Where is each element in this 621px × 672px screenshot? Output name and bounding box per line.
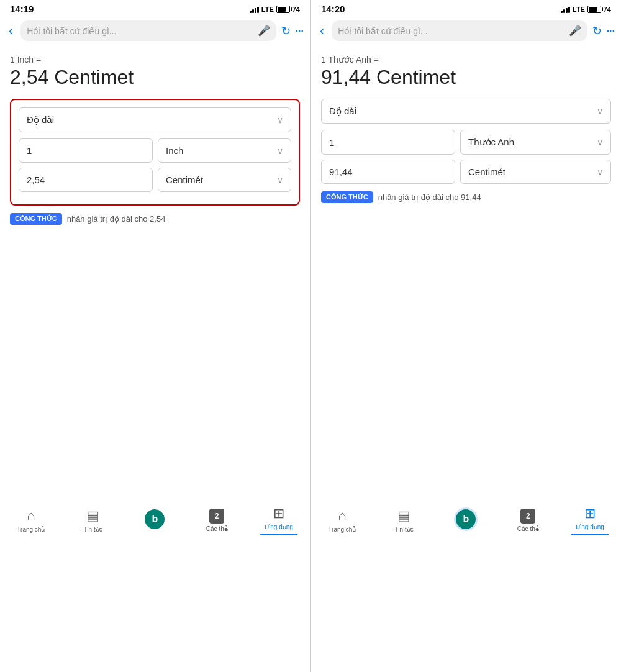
right-search-placeholder: Hỏi tôi bất cứ điều gì... <box>338 26 564 36</box>
left-nav-bing[interactable]: b <box>124 363 186 672</box>
right-battery-pct: 74 <box>604 6 611 13</box>
left-nav-cards-label: Các thẻ <box>206 525 228 532</box>
left-battery-pct: 74 <box>292 6 300 13</box>
right-status-icons: LTE 74 <box>561 6 611 13</box>
right-calc-section: Độ dài ∨ Thước Anh ∨ Centimét ∨ <box>321 99 611 184</box>
right-nav-cards-label: Các thẻ <box>517 525 539 532</box>
left-nav-news[interactable]: ▤ Tin tức <box>62 363 124 672</box>
left-battery <box>276 6 290 13</box>
left-value-input-1[interactable] <box>19 138 153 163</box>
right-lte: LTE <box>573 6 585 13</box>
left-more-button[interactable]: ··· <box>296 25 304 37</box>
left-unit-dropdown-1[interactable]: Inch ∨ <box>158 138 291 163</box>
left-formula-badge[interactable]: CÔNG THỨC <box>10 213 62 225</box>
right-nav-home-label: Trang chủ <box>328 526 356 533</box>
right-bottom-nav: ⌂ Trang chủ ▤ Tin tức b 2 Các thẻ ⊞ Ứng … <box>311 363 621 672</box>
left-nav-cards[interactable]: 2 Các thẻ <box>186 363 248 672</box>
right-category-dropdown[interactable]: Độ dài ∨ <box>321 99 611 124</box>
right-status-bar: 14:20 LTE 74 <box>311 0 621 17</box>
left-nav-news-label: Tin tức <box>84 526 102 533</box>
left-mic-icon[interactable]: 🎤 <box>258 25 270 37</box>
left-unit-dropdown-2[interactable]: Centimét ∨ <box>158 168 291 192</box>
right-reload-button[interactable]: ↻ <box>592 24 602 38</box>
left-apps-active-bar <box>260 534 297 535</box>
right-formula-row: CÔNG THỨC nhân giá trị độ dài cho 91,44 <box>321 191 611 203</box>
right-nav-news[interactable]: ▤ Tin tức <box>373 363 435 672</box>
right-formula-badge[interactable]: CÔNG THỨC <box>321 191 373 203</box>
right-result-main: 91,44 Centimet <box>321 66 611 89</box>
left-category-dropdown[interactable]: Độ dài ∨ <box>19 107 291 132</box>
right-result-subtitle: 1 Thước Anh = <box>321 55 611 65</box>
left-category-chevron: ∨ <box>277 115 283 125</box>
right-signal <box>561 6 570 13</box>
right-unit-dropdown-1[interactable]: Thước Anh ∨ <box>460 130 611 155</box>
left-input-row-1: Inch ∨ <box>19 138 291 163</box>
left-value-input-2[interactable] <box>19 168 153 192</box>
right-nav-apps[interactable]: ⊞ Ứng dụng <box>559 363 621 672</box>
right-unit-label-2: Centimét <box>468 166 505 177</box>
right-nav-apps-label: Ứng dụng <box>576 524 604 530</box>
news-icon: ▤ <box>86 508 99 524</box>
right-unit-label-1: Thước Anh <box>468 137 514 148</box>
right-unit-chevron-1: ∨ <box>597 137 603 147</box>
home-icon: ⌂ <box>27 508 35 524</box>
left-nav-home-label: Trang chủ <box>17 526 45 533</box>
left-formula-text: nhân giá trị độ dài cho 2,54 <box>67 214 166 224</box>
right-nav-bing[interactable]: b <box>435 363 497 672</box>
right-home-icon: ⌂ <box>338 508 346 524</box>
left-back-button[interactable]: ‹ <box>6 22 16 40</box>
right-content: 1 Thước Anh = 91,44 Centimet Độ dài ∨ Th… <box>311 45 621 363</box>
left-content: 1 Inch = 2,54 Centimet Độ dài ∨ Inch ∨ <box>0 45 310 363</box>
left-unit-chevron-2: ∨ <box>277 175 283 185</box>
left-unit-label-1: Inch <box>166 145 183 156</box>
left-screen: 14:19 LTE 74 ‹ Hỏi tôi bất cứ điều gì... <box>0 0 310 672</box>
right-time: 14:20 <box>321 4 345 14</box>
left-status-icons: LTE 74 <box>250 6 300 13</box>
left-address-bar: ‹ Hỏi tôi bất cứ điều gì... 🎤 ↻ ··· <box>0 17 310 45</box>
right-back-button[interactable]: ‹ <box>317 22 327 40</box>
right-apps-active-bar <box>571 534 609 535</box>
left-search-wrap[interactable]: Hỏi tôi bất cứ điều gì... 🎤 <box>20 20 276 41</box>
cards-badge: 2 <box>209 509 224 524</box>
right-apps-icon: ⊞ <box>584 506 596 522</box>
right-nav-home[interactable]: ⌂ Trang chủ <box>311 363 373 672</box>
bing-icon: b <box>145 509 165 529</box>
right-unit-dropdown-2[interactable]: Centimét ∨ <box>460 160 611 184</box>
right-search-wrap[interactable]: Hỏi tôi bất cứ điều gì... 🎤 <box>332 20 587 41</box>
left-category-label: Độ dài <box>27 114 54 125</box>
right-nav-news-label: Tin tức <box>395 526 414 533</box>
right-address-bar: ‹ Hỏi tôi bất cứ điều gì... 🎤 ↻ ··· <box>311 17 621 45</box>
left-lte: LTE <box>261 6 274 13</box>
left-nav-apps[interactable]: ⊞ Ứng dụng <box>248 363 310 672</box>
left-result-subtitle: 1 Inch = <box>10 55 300 65</box>
left-formula-row: CÔNG THỨC nhân giá trị độ dài cho 2,54 <box>10 213 300 225</box>
left-nav-apps-label: Ứng dụng <box>265 524 293 530</box>
left-status-bar: 14:19 LTE 74 <box>0 0 310 17</box>
left-reload-button[interactable]: ↻ <box>281 24 291 38</box>
left-result-main: 2,54 Centimet <box>10 66 300 89</box>
right-nav-cards[interactable]: 2 Các thẻ <box>497 363 559 672</box>
left-input-row-2: Centimét ∨ <box>19 168 291 192</box>
right-formula-text: nhân giá trị độ dài cho 91,44 <box>378 193 481 202</box>
right-mic-icon[interactable]: 🎤 <box>569 25 581 37</box>
right-screen: 14:20 LTE 74 ‹ Hỏi tôi bất cứ điều gì... <box>311 0 621 672</box>
right-value-input-2[interactable] <box>321 160 455 184</box>
right-more-button[interactable]: ··· <box>607 25 615 37</box>
left-bottom-nav: ⌂ Trang chủ ▤ Tin tức b 2 Các thẻ ⊞ Ứng … <box>0 363 310 672</box>
right-input-row-1: Thước Anh ∨ <box>321 130 611 155</box>
right-battery <box>587 6 601 13</box>
right-bing-icon: b <box>456 509 476 529</box>
right-input-row-2: Centimét ∨ <box>321 160 611 184</box>
right-news-icon: ▤ <box>397 508 410 524</box>
left-nav-home[interactable]: ⌂ Trang chủ <box>0 363 62 672</box>
left-unit-label-2: Centimét <box>166 175 203 185</box>
left-calc-section: Độ dài ∨ Inch ∨ Centimét ∨ <box>10 99 300 206</box>
right-unit-chevron-2: ∨ <box>597 167 603 177</box>
left-time: 14:19 <box>10 4 34 14</box>
left-signal <box>250 6 259 13</box>
left-unit-chevron-1: ∨ <box>277 146 283 156</box>
right-cards-badge: 2 <box>520 509 535 524</box>
left-search-placeholder: Hỏi tôi bất cứ điều gì... <box>27 26 253 36</box>
right-category-chevron: ∨ <box>597 106 603 116</box>
right-value-input-1[interactable] <box>321 130 455 155</box>
